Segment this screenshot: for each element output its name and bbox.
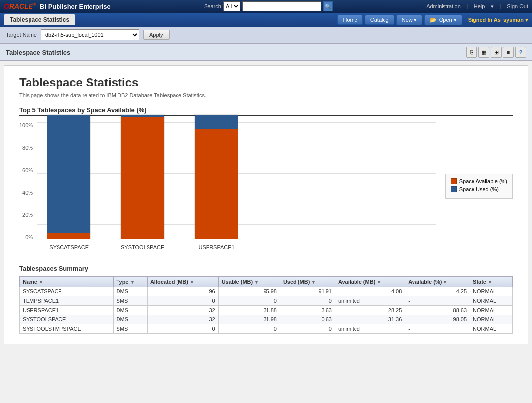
bar-group: USERSPACE1: [194, 114, 238, 250]
table-cell-available: unlimited: [335, 296, 405, 306]
top-bar: ORACLE® BI Publisher Enterprise Search A…: [0, 0, 532, 13]
report-title-text: Tablespace Statistics: [6, 49, 70, 56]
y-axis-label: 80%: [19, 145, 33, 151]
table-body: SYSCATSPACEDMS9695.9891.914.084.25NORMAL…: [20, 287, 513, 334]
apply-button[interactable]: Apply: [143, 30, 170, 40]
legend-label: Space Available (%): [459, 178, 507, 184]
search-button[interactable]: 🔍: [323, 1, 333, 11]
nav-right: Home Catalog New ▾ 📂Open ▾ Signed In As …: [337, 15, 528, 25]
table-cell-used: 0: [280, 324, 335, 334]
layout-icon[interactable]: ▦: [478, 47, 489, 58]
table-cell-avail_pct: -: [405, 324, 470, 334]
table-cell-allocated: 32: [147, 315, 218, 324]
table-row: TEMPSPACE1SMS000unlimited-NORMAL: [20, 296, 513, 306]
y-axis-label: 60%: [19, 167, 33, 173]
main-content: Tablespace Statistics This page shows th…: [4, 65, 528, 344]
legend-label: Space Used (%): [459, 186, 499, 192]
sort-icon: ▾: [131, 280, 134, 285]
sort-icon: ▾: [444, 280, 446, 285]
search-area: Search All 🔍: [204, 1, 333, 11]
table-cell-name: USERSPACE1: [20, 306, 114, 315]
bar-name-label: SYSTOOLSPACE: [121, 244, 164, 250]
tablespaces-table: Name ▾Type ▾Allocated (MB) ▾Usable (MB) …: [19, 276, 513, 334]
logo-area: ORACLE® BI Publisher Enterprise: [4, 2, 111, 10]
table-header-cell[interactable]: Available (MB) ▾: [335, 277, 405, 287]
grid-icon[interactable]: ⊞: [491, 47, 502, 58]
table-cell-state: NORMAL: [470, 287, 513, 296]
top-right-links: Administration | Help ▾ | Sign Out: [426, 3, 528, 10]
bar-available-segment: [47, 233, 90, 239]
sort-icon: ▾: [378, 280, 380, 285]
table-cell-state: NORMAL: [470, 296, 513, 306]
export-icon[interactable]: ⎘: [466, 47, 477, 58]
table-cell-type: DMS: [113, 315, 147, 324]
help-link[interactable]: Help: [474, 3, 485, 9]
table-cell-name: SYSTOOLSTMPSPACE: [20, 324, 114, 334]
sort-icon: ▾: [255, 280, 258, 285]
table-cell-state: NORMAL: [470, 315, 513, 324]
table-header-cell[interactable]: Allocated (MB) ▾: [147, 277, 218, 287]
table-header-cell[interactable]: Type ▾: [113, 277, 147, 287]
target-select[interactable]: db2-rh5-sup_local_1001: [41, 29, 139, 40]
open-button[interactable]: 📂Open ▾: [424, 15, 462, 25]
sub-header: Target Name db2-rh5-sup_local_1001 Apply: [0, 27, 532, 44]
table-cell-used: 0: [280, 296, 335, 306]
table-cell-name: TEMPSPACE1: [20, 296, 114, 306]
table-header-cell[interactable]: Available (%) ▾: [405, 277, 470, 287]
bar-name-label: SYSCATSPACE: [49, 244, 89, 250]
table-header-cell[interactable]: State ▾: [470, 277, 513, 287]
sort-icon: ▾: [40, 280, 42, 285]
table-cell-usable: 31.98: [218, 315, 280, 324]
table-cell-state: NORMAL: [470, 324, 513, 334]
y-axis: 0%20%40%60%80%100%: [19, 122, 33, 250]
bar-group: SYSTOOLSPACE: [120, 114, 165, 250]
administration-link[interactable]: Administration: [426, 3, 461, 9]
bars-container: SYSCATSPACESYSTOOLSPACEUSERSPACE1: [37, 122, 436, 250]
sort-icon: ▾: [489, 280, 491, 285]
table-row: USERSPACE1DMS3231.883.6328.2588.63NORMAL: [20, 306, 513, 315]
table-cell-name: SYSCATSPACE: [20, 287, 114, 296]
table-cell-type: SMS: [113, 296, 147, 306]
table-row: SYSTOOLSPACEDMS3231.980.6331.3698.05NORM…: [20, 315, 513, 324]
table-header-cell[interactable]: Usable (MB) ▾: [218, 277, 280, 287]
y-axis-label: 20%: [19, 212, 33, 218]
table-cell-state: NORMAL: [470, 306, 513, 315]
y-axis-label: 100%: [19, 122, 33, 128]
search-scope-select[interactable]: All: [223, 1, 240, 11]
target-label: Target Name: [6, 32, 37, 38]
list-icon[interactable]: ≡: [503, 47, 514, 58]
table-cell-type: SMS: [113, 324, 147, 334]
report-title-bar: Tablespace Statistics ⎘ ▦ ⊞ ≡ ?: [0, 44, 532, 61]
app-title: BI Publisher Enterprise: [40, 3, 111, 10]
table-cell-usable: 31.88: [218, 306, 280, 315]
table-cell-avail_pct: 4.25: [405, 287, 470, 296]
signed-in-area: Signed In As sysman ▾: [468, 17, 528, 23]
oracle-logo: ORACLE®: [4, 2, 36, 10]
table-cell-allocated: 32: [147, 306, 218, 315]
table-cell-used: 0.63: [280, 315, 335, 324]
bar-name-label: USERSPACE1: [199, 244, 235, 250]
table-cell-avail_pct: 88.63: [405, 306, 470, 315]
page-description: This page shows the data related to IBM …: [19, 92, 513, 98]
table-header-cell[interactable]: Name ▾: [20, 277, 114, 287]
table-cell-type: DMS: [113, 306, 147, 315]
table-cell-avail_pct: 98.05: [405, 315, 470, 324]
new-button[interactable]: New ▾: [396, 15, 422, 25]
table-cell-usable: 0: [218, 296, 280, 306]
search-label: Search: [204, 3, 221, 9]
home-button[interactable]: Home: [337, 15, 362, 25]
help-icon[interactable]: ?: [515, 47, 526, 58]
table-row: SYSCATSPACEDMS9695.9891.914.084.25NORMAL: [20, 287, 513, 296]
page-tab[interactable]: Tablespace Statistics: [4, 14, 75, 25]
table-cell-allocated: 0: [147, 324, 218, 334]
catalog-button[interactable]: Catalog: [365, 15, 394, 25]
search-input[interactable]: [242, 1, 321, 11]
open-arrow-icon: ▾: [454, 17, 457, 23]
nav-bar: Tablespace Statistics Home Catalog New ▾…: [0, 13, 532, 27]
chart-area: 0%20%40%60%80%100% SYSCATSPACESYSTOOLSPA…: [19, 122, 436, 250]
chart-container: 0%20%40%60%80%100% SYSCATSPACESYSTOOLSPA…: [19, 122, 513, 250]
signout-link[interactable]: Sign Out: [507, 3, 528, 9]
table-header-cell[interactable]: Used (MB) ▾: [280, 277, 335, 287]
bar-available-segment: [195, 129, 238, 239]
bar-used-segment: [195, 115, 238, 129]
